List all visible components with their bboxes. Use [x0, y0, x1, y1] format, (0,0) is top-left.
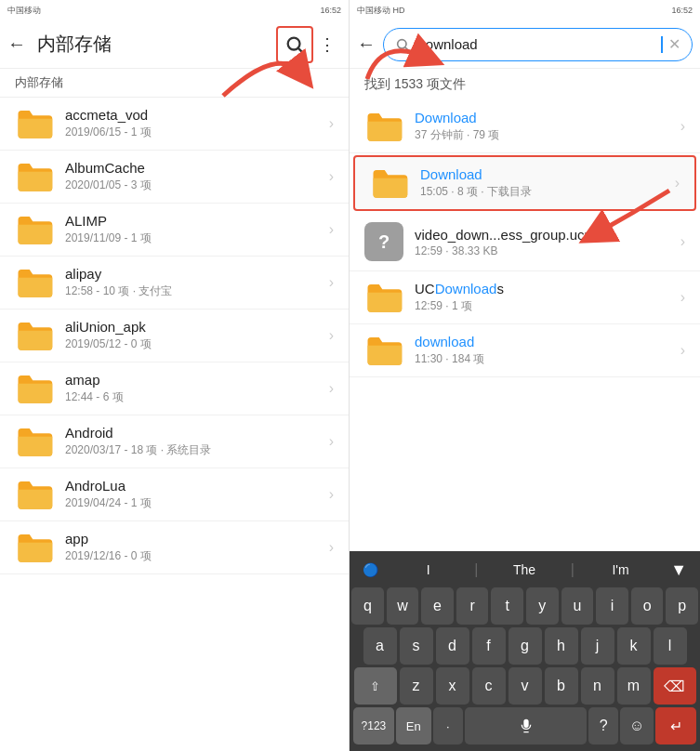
- list-item[interactable]: accmeta_vod 2019/06/15 - 1 项 ›: [0, 98, 349, 151]
- chevron-right-icon: ›: [675, 175, 680, 191]
- list-item[interactable]: AlbumCache 2020/01/05 - 3 项 ›: [0, 151, 349, 204]
- key-c[interactable]: c: [472, 667, 506, 705]
- key-v[interactable]: v: [508, 667, 542, 705]
- file-info: amap 12:44 - 6 项: [65, 372, 329, 405]
- file-info: Android 2020/03/17 - 18 项 · 系统目录: [65, 425, 329, 458]
- key-d[interactable]: d: [436, 627, 469, 665]
- key-a[interactable]: a: [363, 627, 397, 665]
- list-item[interactable]: aliUnion_apk 2019/05/12 - 0 项 ›: [0, 310, 349, 362]
- key-n[interactable]: n: [581, 667, 614, 705]
- key-y[interactable]: y: [526, 587, 559, 625]
- keyboard-collapse-icon[interactable]: ▼: [667, 560, 691, 580]
- key-o[interactable]: o: [631, 587, 664, 625]
- file-info: AlbumCache 2020/01/05 - 3 项: [65, 160, 329, 193]
- left-time: 16:52: [320, 6, 341, 15]
- file-name: Download: [420, 166, 675, 182]
- key-backspace[interactable]: ⌫: [654, 667, 696, 705]
- suggestion-im[interactable]: I'm: [575, 559, 667, 581]
- list-item[interactable]: ALIMP 2019/11/09 - 1 项 ›: [0, 204, 349, 257]
- result-item[interactable]: ? video_down...ess_group.ucmd2 12:59 · 3…: [350, 213, 700, 271]
- right-back-button[interactable]: ←: [357, 33, 376, 55]
- key-k[interactable]: k: [617, 627, 651, 665]
- key-m[interactable]: m: [617, 667, 651, 705]
- folder-icon: [15, 319, 54, 352]
- key-l[interactable]: l: [654, 627, 687, 665]
- keyboard-row-3: ⇧ z x c v b n m ⌫: [351, 667, 698, 705]
- left-back-button[interactable]: ←: [7, 33, 26, 55]
- list-item[interactable]: alipay 12:58 - 10 项 · 支付宝 ›: [0, 257, 349, 310]
- key-f[interactable]: f: [472, 627, 506, 665]
- left-toolbar: ← 内部存储 ⋮: [0, 20, 349, 69]
- list-item[interactable]: app 2019/12/16 - 0 项 ›: [0, 521, 349, 574]
- file-meta: 2020/01/05 - 3 项: [65, 178, 329, 193]
- key-enter[interactable]: ↵: [655, 707, 696, 744]
- text-cursor: [661, 36, 663, 53]
- key-t[interactable]: t: [491, 587, 523, 625]
- key-h[interactable]: h: [545, 627, 578, 665]
- key-s[interactable]: s: [400, 627, 433, 665]
- key-z[interactable]: z: [400, 667, 433, 705]
- list-item[interactable]: amap 12:44 - 6 项 ›: [0, 362, 349, 415]
- search-bar[interactable]: Download ✕: [383, 28, 693, 61]
- key-w[interactable]: w: [387, 587, 419, 625]
- search-icon: [284, 34, 305, 55]
- file-meta: 2020/03/17 - 18 项 · 系统目录: [65, 442, 329, 458]
- list-item[interactable]: AndroLua 2019/04/24 - 1 项 ›: [0, 468, 349, 521]
- keyboard-logo: 🔵: [359, 562, 382, 577]
- key-period[interactable]: ·: [433, 707, 463, 744]
- key-emoji[interactable]: ☺: [620, 707, 654, 744]
- folder-icon: [15, 478, 54, 511]
- key-i[interactable]: i: [596, 587, 628, 625]
- key-space[interactable]: [465, 707, 587, 744]
- file-info: Download 37 分钟前 · 79 项: [415, 110, 680, 143]
- file-name: ALIMP: [65, 213, 329, 229]
- file-meta: 12:59 · 1 项: [415, 298, 680, 314]
- right-time: 16:52: [671, 6, 693, 15]
- microphone-icon: [519, 718, 534, 733]
- key-p[interactable]: p: [666, 587, 698, 625]
- suggestion-i[interactable]: I: [382, 559, 474, 581]
- file-info: Download 15:05 · 8 项 · 下载目录: [420, 166, 675, 200]
- search-input[interactable]: Download: [416, 36, 655, 52]
- key-e[interactable]: e: [421, 587, 454, 625]
- search-icon-button[interactable]: [276, 26, 313, 63]
- more-options-button[interactable]: ⋮: [313, 26, 341, 63]
- key-g[interactable]: g: [508, 627, 542, 665]
- result-item[interactable]: download 11:30 · 184 项 ›: [350, 324, 700, 377]
- suggestion-the[interactable]: The: [478, 559, 570, 581]
- list-item[interactable]: Android 2020/03/17 - 18 项 · 系统目录 ›: [0, 415, 349, 468]
- result-item[interactable]: UCDownloads 12:59 · 1 项 ›: [350, 271, 700, 324]
- file-name: accmeta_vod: [65, 107, 329, 123]
- svg-line-4: [405, 47, 409, 51]
- key-b[interactable]: b: [545, 667, 578, 705]
- file-meta: 12:44 - 6 项: [65, 389, 329, 405]
- result-item-highlighted[interactable]: Download 15:05 · 8 项 · 下载目录 ›: [353, 155, 696, 211]
- key-numeric[interactable]: ?123: [353, 707, 394, 744]
- file-info: ALIMP 2019/11/09 - 1 项: [65, 213, 329, 246]
- name-prefix: UC: [415, 281, 435, 296]
- folder-icon: [364, 110, 403, 143]
- key-lang[interactable]: En: [396, 707, 431, 744]
- result-item[interactable]: Download 37 分钟前 · 79 项 ›: [350, 100, 700, 153]
- name-highlight: download: [415, 334, 474, 349]
- key-shift[interactable]: ⇧: [354, 667, 397, 705]
- unknown-file-icon: ?: [364, 222, 403, 261]
- key-j[interactable]: j: [581, 627, 614, 665]
- key-u[interactable]: u: [561, 587, 594, 625]
- file-name: AndroLua: [65, 478, 329, 494]
- chevron-right-icon: ›: [329, 274, 334, 291]
- keyboard-row-2: a s d f g h j k l: [351, 627, 698, 665]
- key-r[interactable]: r: [456, 587, 489, 625]
- clear-search-button[interactable]: ✕: [668, 35, 680, 53]
- folder-icon: [364, 281, 403, 314]
- keyboard: 🔵 I | The | I'm ▼ q w e r t y u i o p a …: [350, 551, 700, 751]
- key-q[interactable]: q: [351, 587, 384, 625]
- key-question[interactable]: ?: [588, 707, 618, 744]
- folder-icon: [15, 372, 54, 405]
- key-x[interactable]: x: [436, 667, 469, 705]
- chevron-right-icon: ›: [329, 380, 334, 397]
- chevron-right-icon: ›: [680, 342, 685, 359]
- keyboard-row-1: q w e r t y u i o p: [351, 587, 698, 625]
- folder-icon: [15, 107, 54, 140]
- name-suffix: s: [496, 281, 504, 296]
